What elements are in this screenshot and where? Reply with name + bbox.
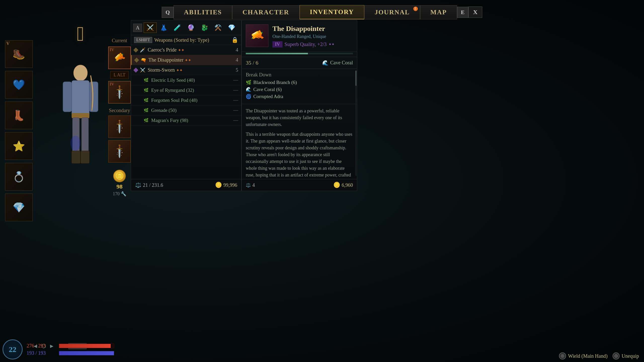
equipment-slots: V 🥾 💙 👢 ⭐ 💍 💎 (5, 40, 33, 221)
tab-journal[interactable]: JOURNAL ! (364, 5, 420, 19)
secondary-weapon-slot-1[interactable]: 🗡️ (108, 115, 131, 138)
unequip-button[interactable]: Unequip (613, 352, 639, 359)
key-e[interactable]: E (457, 7, 468, 18)
item-forgotten-soul-pod[interactable]: 🌿 Forgotten Soul Pod (48) — (131, 95, 241, 105)
progress-bar-fill (246, 53, 308, 54)
svg-rect-2 (72, 113, 89, 118)
weight-icon: ⚖️ (135, 182, 141, 188)
mana-text: 193 / 193 (27, 350, 57, 356)
secondary-icon-1: 🗡️ (112, 119, 127, 134)
item-electric-lily-seed[interactable]: 🌿 Electric Lily Seed (40) — (131, 75, 241, 85)
equip-slot-3[interactable]: ⭐ (5, 132, 33, 160)
tab-inventory[interactable]: INVENTORY (300, 5, 365, 19)
detail-gold: 6,960 (342, 182, 353, 188)
item-description: The Disappointer was touted as a powerfu… (242, 104, 357, 191)
item-magrans-fury[interactable]: 🌿 Magran's Fury (98) — (131, 115, 241, 125)
item-count-2: 5 (231, 67, 238, 73)
action-bar: Wield (Main Hand) Unequip (559, 352, 639, 359)
item-icon-2: ⚔️ (140, 67, 146, 73)
sort-bar: LSHIFT Weapons (Sorted by: Type) 🔒 (131, 35, 241, 45)
level-circle: 22 (3, 339, 23, 359)
equip-slot-2[interactable]: 👢 (5, 102, 33, 129)
svg-point-11 (562, 355, 563, 357)
equip-slot-0[interactable]: V 🥾 (5, 40, 33, 68)
equip-slot-4[interactable]: 💍 (5, 163, 33, 191)
item-caerocs-pride[interactable]: 🗡️ Caeroc's Pride ✦✦ 4 (131, 45, 241, 55)
lshift-badge[interactable]: LSHIFT (134, 37, 152, 43)
item-name-sub-2: Forgotten Soul Pod (48) (151, 98, 231, 103)
svg-point-9 (70, 136, 80, 151)
detail-count-icon: ⚖️ (246, 183, 251, 188)
wield-button[interactable]: Wield (Main Hand) (559, 352, 608, 359)
material-icon: 🌊 (322, 60, 329, 66)
item-storm-sworn[interactable]: ⚔️ Storm-Sworn ✦✦ 5 (131, 65, 241, 75)
item-name-1: The Disappointer ✦✦ (148, 57, 229, 63)
current-weapon-slot-1[interactable]: IV 🔫 (108, 47, 131, 69)
slot-icon-3: ⭐ (13, 140, 25, 152)
key-q[interactable]: Q (162, 7, 174, 18)
filter-consumables[interactable]: 🧪 (171, 22, 184, 33)
breakdown-item-2: 🌀 Corrupted Adra (246, 94, 353, 99)
secondary-label: Secondary (109, 108, 130, 113)
filter-key-a[interactable]: A (133, 24, 142, 32)
filter-magic[interactable]: 🔮 (184, 22, 197, 33)
svg-rect-8 (81, 151, 89, 163)
filter-tabs: A ⚔️ 👗 🧪 🔮 🐉 ⚒️ 💎 👑 D (131, 20, 241, 35)
scrollbar-thumb[interactable] (355, 71, 356, 86)
breakdown-section: Break Down 🌿 Blackwood Branch (6) 🌊 Cave… (242, 69, 357, 104)
breakdown-icon-0: 🌿 (246, 80, 251, 85)
notification-badge: ! (413, 7, 418, 11)
weapon-slot-level-1: IV (110, 48, 114, 52)
breakdown-name-2: Corrupted Adra (253, 94, 283, 99)
slot-level-0: V (6, 41, 10, 46)
filter-weapons[interactable]: ⚔️ (144, 22, 157, 33)
detail-panel: 🔫 The Disappointer One-Handed Ranged, Un… (242, 20, 357, 191)
filter-gems[interactable]: 💎 (225, 22, 238, 33)
detail-scrollbar[interactable] (355, 71, 356, 176)
breakdown-icon-1: 🌊 (246, 87, 251, 92)
quality-badge: IV (272, 41, 283, 48)
svg-rect-6 (82, 118, 89, 155)
mana-bar-fill (59, 351, 114, 355)
mana-bar-bg (59, 351, 114, 355)
breakdown-icon-2: 🌀 (246, 94, 251, 99)
item-icon-sub-2: 🌿 (143, 98, 149, 103)
material-name: Cave Coral (330, 60, 353, 66)
item-icon-1: 🔫 (140, 57, 146, 63)
filter-creatures[interactable]: 🐉 (198, 22, 211, 33)
slot-icon-1: 💙 (13, 79, 25, 91)
item-count-0: 4 (231, 47, 238, 53)
breakdown-item-0: 🌿 Blackwood Branch (6) (246, 80, 353, 85)
stats-bar: 22 276 / 293 193 / 193 (3, 339, 114, 359)
tab-character[interactable]: CHARACTER (232, 5, 300, 19)
item-info: The Disappointer One-Handed Ranged, Uniq… (272, 24, 353, 48)
unequip-key (613, 352, 620, 359)
tab-abilities[interactable]: ABILITIES (174, 5, 232, 19)
close-button[interactable]: X (468, 7, 482, 18)
item-grenade[interactable]: 🌿 Grenade (50) — (131, 105, 241, 115)
secondary-weapon-slot-2[interactable]: 🗡️ (108, 140, 131, 163)
current-weapon-slot-2[interactable]: IV 🗡️ (108, 81, 131, 104)
top-navigation: Q ABILITIES CHARACTER INVENTORY JOURNAL … (162, 5, 482, 19)
slot-icon-4: 💍 (13, 171, 25, 183)
svg-rect-3 (63, 82, 72, 112)
item-the-disappointer[interactable]: 🔫 The Disappointer ✦✦ 4 (131, 55, 241, 65)
equip-slot-1[interactable]: 💙 (5, 71, 33, 99)
filter-tools[interactable]: ⚒️ (212, 22, 225, 33)
filter-armor[interactable]: 👗 (157, 22, 170, 33)
item-icon-0: 🗡️ (140, 47, 146, 53)
alt-label[interactable]: L ALT (110, 71, 129, 79)
unequip-label: Unequip (622, 353, 639, 359)
wield-label: Wield (Main Hand) (568, 353, 608, 359)
item-icon-sub-4: 🌿 (143, 118, 149, 123)
gold-icon: 🪙 (215, 182, 222, 188)
item-eye-of-rymrgand[interactable]: 🌿 Eye of Rymrgand (32) — (131, 85, 241, 95)
item-title: The Disappointer (272, 24, 353, 33)
tab-map[interactable]: MAP (420, 5, 457, 19)
item-diamond-2 (133, 68, 138, 73)
antler-decoration: 𖡃 (77, 23, 84, 46)
current-label: Current (112, 38, 127, 43)
lock-icon: 🔒 (231, 37, 238, 43)
equip-slot-5[interactable]: 💎 (5, 194, 33, 221)
item-subtitle: One-Handed Ranged, Unique (272, 34, 353, 39)
